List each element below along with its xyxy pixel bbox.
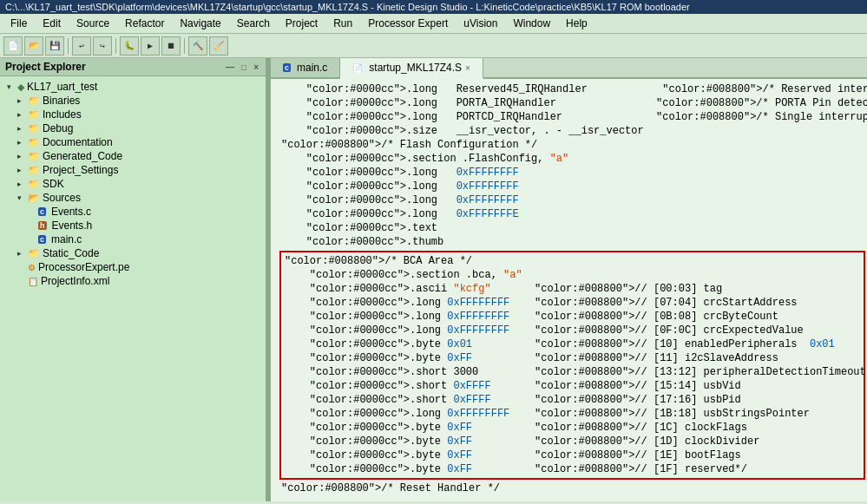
code-content[interactable]: "color:#0000cc">.long Reserved45_IRQHand…: [271, 79, 867, 501]
tree-label-main-c: main.c: [51, 233, 82, 245]
tree-label-project-info: ProjectInfo.xml: [41, 275, 109, 287]
folder-icon-debug: 📁: [28, 123, 40, 134]
code-line: "color:#0000cc">.long 0xFFFFFFFF "color:…: [281, 407, 864, 421]
menu-item-edit[interactable]: Edit: [36, 16, 68, 31]
tree-item-project-settings[interactable]: ▸ 📁 Project_Settings: [0, 163, 266, 177]
toolbar-save[interactable]: 💾: [45, 36, 64, 56]
code-line: "color:#0000cc">.byte 0xFF "color:#00880…: [281, 435, 864, 448]
main-layout: Project Explorer — □ × ▾ ◆ KL17_uart_tes…: [0, 58, 867, 501]
code-line: "color:#0000cc">.long 0xFFFFFFFF: [278, 180, 867, 193]
menu-item-file[interactable]: File: [3, 16, 34, 31]
code-line: "color:#0000cc">.section .bca, "a": [281, 268, 864, 282]
tree-item-project-info[interactable]: 📋 ProjectInfo.xml: [0, 274, 266, 288]
toolbar-sep-1: [68, 38, 69, 54]
menu-item-help[interactable]: Help: [559, 16, 594, 31]
project-icon: ◆: [17, 82, 24, 93]
code-line: "color:#0000cc">.byte 0xFF "color:#00880…: [281, 351, 864, 365]
toolbar-clean[interactable]: 🧹: [209, 36, 228, 56]
toolbar-undo[interactable]: ↩: [72, 36, 91, 56]
tree-label-processor-expert: ProcessorExpert.pe: [38, 261, 129, 273]
tree-view: ▾ ◆ KL17_uart_test ▸ 📁 Binaries ▸ 📁 Incl…: [0, 76, 266, 501]
tree-arrow-static-code: ▸: [17, 249, 28, 258]
code-line: "color:#0000cc">.byte 0xFF "color:#00880…: [281, 421, 864, 435]
menu-bar: FileEditSourceRefactorNavigateSearchProj…: [0, 14, 867, 34]
toolbar-stop[interactable]: ⏹: [161, 36, 181, 56]
code-line: "color:#0000cc">.ascii "kcfg" "color:#00…: [281, 282, 864, 296]
code-line: "color:#0000cc">.long 0xFFFFFFFE: [278, 207, 867, 221]
menu-item-navigate[interactable]: Navigate: [173, 16, 227, 31]
code-line: "color:#0000cc">.long Reserved45_IRQHand…: [278, 82, 867, 96]
toolbar-new[interactable]: 📄: [3, 36, 23, 56]
tree-label-debug: Debug: [43, 122, 73, 134]
tree-label-sdk: SDK: [43, 178, 64, 190]
folder-icon-sources: 📂: [28, 193, 40, 204]
menu-item-window[interactable]: Window: [506, 16, 557, 31]
tree-item-main-c[interactable]: c main.c: [0, 232, 266, 246]
panel-minimize-icon[interactable]: —: [224, 62, 236, 72]
h-file-icon-events: h: [38, 221, 47, 230]
tree-item-binaries[interactable]: ▸ 📁 Binaries: [0, 94, 266, 108]
menu-item-source[interactable]: Source: [69, 16, 116, 31]
tree-item-events-c[interactable]: c Events.c: [0, 205, 266, 219]
menu-item-processor expert[interactable]: Processor Expert: [361, 16, 455, 31]
toolbar-build[interactable]: 🔨: [188, 36, 207, 56]
code-line: "color:#008800">/* Reset Handler */: [278, 481, 867, 495]
tree-arrow-sources: ▾: [17, 193, 28, 202]
menu-item-refactor[interactable]: Refactor: [118, 16, 171, 31]
menu-item-run[interactable]: Run: [326, 16, 359, 31]
code-line: "color:#0000cc">.long 0xFFFFFFFF "color:…: [281, 324, 864, 337]
tree-label-static-code: Static_Code: [43, 247, 99, 259]
editor-area: c main.c 📄 startup_MKL17Z4.S × "color:#0…: [271, 58, 867, 501]
tree-item-documentation[interactable]: ▸ 📁 Documentation: [0, 135, 266, 149]
tree-arrow-includes: ▸: [17, 110, 28, 119]
tree-arrow-root: ▾: [7, 82, 17, 91]
tree-arrow-generated-code: ▸: [17, 152, 28, 160]
code-line: "color:#0000cc">.long PORTCD_IRQHandler …: [278, 110, 867, 124]
toolbar: 📄 📂 💾 ↩ ↪ 🐛 ▶ ⏹ 🔨 🧹: [0, 34, 867, 58]
tree-item-root[interactable]: ▾ ◆ KL17_uart_test: [0, 80, 266, 94]
toolbar-open[interactable]: 📂: [24, 36, 43, 56]
toolbar-run[interactable]: ▶: [141, 36, 160, 56]
tree-item-debug[interactable]: ▸ 📁 Debug: [0, 121, 266, 135]
folder-icon-generated-code: 📁: [28, 151, 40, 162]
tree-arrow-sdk: ▸: [17, 180, 28, 188]
tree-label-project-settings: Project_Settings: [43, 164, 118, 176]
panel-maximize-icon[interactable]: □: [240, 62, 248, 72]
folder-icon-sdk: 📁: [28, 179, 40, 190]
code-line: "color:#0000cc">.byte 0xFF "color:#00880…: [281, 462, 864, 476]
tab-close-icon[interactable]: ×: [465, 63, 470, 73]
code-line: "color:#0000cc">.long 0xFFFFFFFF: [278, 166, 867, 180]
menu-item-uvision[interactable]: uVision: [456, 16, 504, 31]
toolbar-redo[interactable]: ↪: [93, 36, 112, 56]
tab-bar: c main.c 📄 startup_MKL17Z4.S ×: [271, 58, 867, 79]
toolbar-debug[interactable]: 🐛: [120, 36, 139, 56]
tree-item-events-h[interactable]: h Events.h: [0, 219, 266, 232]
menu-item-search[interactable]: Search: [230, 16, 277, 31]
tree-item-processor-expert[interactable]: ⚙ ProcessorExpert.pe: [0, 260, 266, 274]
tree-label-sources: Sources: [43, 192, 81, 204]
tree-arrow-debug: ▸: [17, 124, 28, 133]
tab-main-c[interactable]: c main.c: [271, 58, 340, 77]
tree-label-events-c: Events.c: [51, 206, 91, 218]
panel-title: Project Explorer: [5, 61, 86, 73]
code-line: "color:#0000cc">.byte 0x01 "color:#00880…: [281, 337, 864, 351]
tree-label-binaries: Binaries: [43, 95, 80, 107]
tree-item-sources[interactable]: ▾ 📂 Sources: [0, 191, 266, 205]
code-line: "color:#0000cc">.size __isr_vector, . - …: [278, 124, 867, 138]
folder-icon-project-settings: 📁: [28, 165, 40, 176]
tree-label-root: KL17_uart_test: [27, 81, 97, 93]
title-text: C:\...\KL17_uart_test\SDK\platform\devic…: [5, 2, 690, 12]
code-line: "color:#0000cc">.long 0xFFFFFFFF "color:…: [281, 310, 864, 324]
tree-label-includes: Includes: [43, 108, 82, 121]
code-line: "color:#0000cc">.long PORTA_IRQHandler "…: [278, 96, 867, 110]
project-explorer-panel: Project Explorer — □ × ▾ ◆ KL17_uart_tes…: [0, 58, 267, 501]
toolbar-sep-2: [115, 38, 116, 54]
tree-item-static-code[interactable]: ▸ 📁 Static_Code: [0, 246, 266, 260]
panel-close-icon[interactable]: ×: [252, 62, 260, 72]
tree-item-generated-code[interactable]: ▸ 📁 Generated_Code: [0, 149, 266, 163]
tab-startup-s[interactable]: 📄 startup_MKL17Z4.S ×: [340, 58, 483, 79]
menu-item-project[interactable]: Project: [279, 16, 325, 31]
tree-item-sdk[interactable]: ▸ 📁 SDK: [0, 177, 266, 191]
tree-item-includes[interactable]: ▸ 📁 Includes: [0, 108, 266, 121]
folder-icon-binaries: 📁: [28, 95, 40, 107]
